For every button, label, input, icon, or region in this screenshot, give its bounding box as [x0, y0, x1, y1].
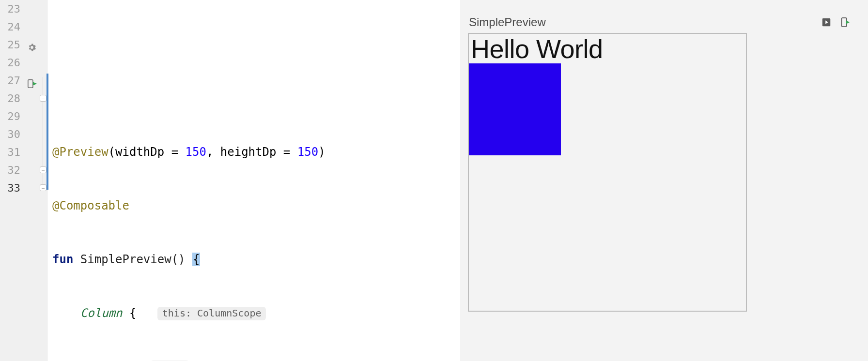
code-editor-pane: 23 24 25 26 27 28 29 30 31 32 33	[0, 0, 460, 361]
fold-toggle[interactable]: –	[40, 184, 46, 191]
line-number[interactable]: 25	[0, 36, 24, 54]
number-token: 150	[186, 145, 206, 159]
number-token: 150	[297, 145, 318, 159]
interactive-preview-icon	[821, 17, 832, 28]
preview-title: SimplePreview	[469, 15, 546, 29]
identifier-token: SimplePreview()	[80, 253, 192, 266]
svg-rect-3	[842, 18, 847, 27]
line-number[interactable]: 33	[0, 179, 24, 197]
settings-gutter-icon[interactable]	[27, 43, 37, 52]
param-token: heightDp =	[220, 145, 297, 159]
line-number[interactable]: 31	[0, 143, 24, 161]
run-gutter-icon[interactable]	[27, 78, 37, 88]
deploy-preview-button[interactable]	[839, 16, 851, 28]
inlay-hint: this: ColumnScope	[157, 307, 266, 320]
code-line[interactable]: fun SimplePreview() {	[52, 251, 460, 269]
interactive-preview-button[interactable]	[821, 16, 832, 28]
line-number[interactable]: 23	[0, 0, 24, 18]
line-number[interactable]: 26	[0, 54, 24, 72]
gutter-icon-column: – – –	[24, 0, 47, 361]
code-area[interactable]: @Preview(widthDp = 150, heightDp = 150) …	[47, 0, 460, 361]
code-line[interactable]: Text( text: "Hello World")	[52, 358, 460, 361]
line-number[interactable]: 30	[0, 125, 24, 143]
preview-text-hello-world: Hello World	[469, 34, 746, 63]
preview-header: SimplePreview	[468, 15, 853, 33]
line-number[interactable]: 28	[0, 90, 24, 107]
line-number[interactable]: 29	[0, 107, 24, 125]
code-line[interactable]: @Preview(widthDp = 150, heightDp = 150)	[52, 143, 460, 161]
preview-frame[interactable]: Hello World	[468, 33, 747, 312]
code-line[interactable]	[52, 36, 460, 54]
line-number-gutter[interactable]: 23 24 25 26 27 28 29 30 31 32 33	[0, 0, 24, 361]
paren-token: (	[108, 145, 115, 159]
brace-match-highlight: {	[192, 253, 200, 266]
code-line[interactable]: Column { this: ColumnScope	[52, 304, 460, 322]
paren-token: )	[318, 145, 325, 159]
ide-split-view: 23 24 25 26 27 28 29 30 31 32 33	[0, 0, 868, 361]
fold-toggle[interactable]: –	[40, 95, 46, 102]
sep-token: ,	[206, 145, 220, 159]
line-number[interactable]: 32	[0, 161, 24, 179]
param-token: widthDp =	[115, 145, 186, 159]
compose-preview-pane: SimplePreview Hello World	[460, 0, 868, 361]
line-number[interactable]: 27	[0, 72, 24, 90]
preview-blue-box	[469, 63, 561, 155]
annotation-token: @Composable	[52, 199, 129, 212]
code-line[interactable]	[52, 90, 460, 107]
keyword-token: fun	[52, 253, 73, 266]
svg-marker-4	[846, 20, 850, 24]
gear-icon	[27, 43, 37, 52]
code-line[interactable]: @Composable	[52, 197, 460, 215]
preview-actions	[821, 16, 851, 28]
annotation-token: @Preview	[52, 145, 108, 159]
svg-marker-1	[33, 82, 37, 85]
call-token: Column	[80, 306, 123, 320]
deploy-preview-icon	[839, 17, 850, 28]
svg-rect-0	[28, 80, 33, 88]
brace-token: {	[129, 306, 136, 320]
line-number[interactable]: 24	[0, 18, 24, 36]
run-play-icon	[27, 78, 38, 89]
fold-toggle[interactable]: –	[40, 166, 46, 173]
